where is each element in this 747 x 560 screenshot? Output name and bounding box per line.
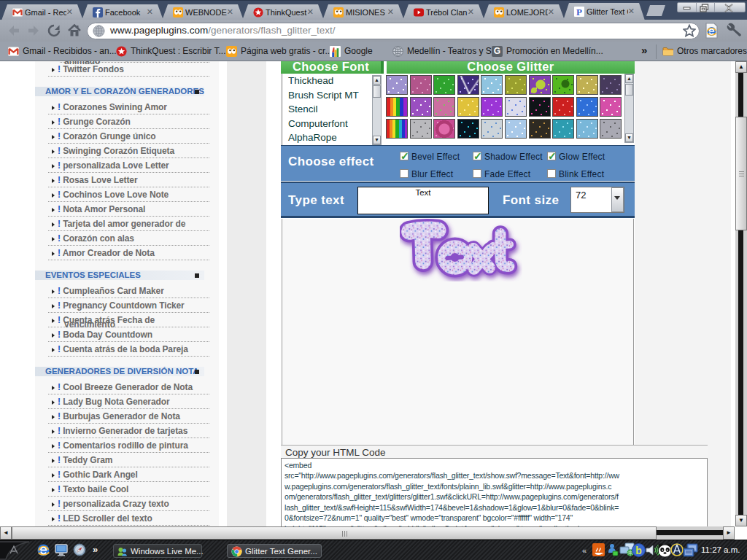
svg-text:P: P	[576, 7, 582, 17]
svg-text:b: b	[635, 545, 642, 556]
